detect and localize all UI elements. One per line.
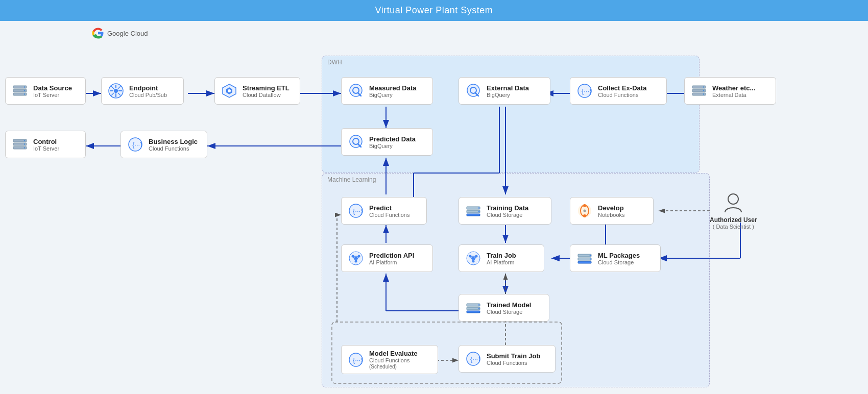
main-canvas: DWH Machine Learning Google Cloud — [0, 21, 868, 394]
predict-sub: Cloud Functions — [369, 212, 410, 218]
prediction-api-sub: AI Platform — [369, 259, 414, 265]
business-logic-node: {···} Business Logic Cloud Functions — [120, 131, 207, 158]
submit-train-job-sub: Cloud Functions — [487, 360, 540, 366]
auth-user-title: Authorized User — [710, 216, 757, 224]
svg-point-61 — [703, 86, 704, 87]
trained-model-title: Trained Model — [487, 301, 531, 309]
pubsub-icon — [107, 82, 125, 100]
control-icon — [11, 135, 29, 154]
submit-train-job-title: Submit Train Job — [487, 352, 540, 360]
gc-label: Google Cloud — [92, 27, 148, 39]
collect-exdata-sub: Cloud Functions — [598, 92, 646, 98]
training-data-node: Training Data Cloud Storage — [459, 197, 551, 225]
svg-point-35 — [24, 90, 25, 91]
iot-server-icon — [11, 82, 29, 100]
auth-user-sub: ( Data Scientist ) — [710, 224, 757, 230]
svg-rect-103 — [578, 254, 591, 257]
cloud-storage3-icon — [464, 299, 483, 317]
streaming-etl-node: Streaming ETL Cloud Dataflow — [214, 77, 300, 105]
measured-data-title: Measured Data — [369, 84, 416, 92]
collect-exdata-node: {···} Collect Ex-Data Cloud Functions — [570, 77, 667, 105]
ai-platform1-icon — [347, 249, 365, 267]
endpoint-node: Endpoint Cloud Pub/Sub — [101, 77, 184, 105]
ml-packages-title: ML Packages — [598, 252, 640, 259]
business-logic-title: Business Logic — [149, 138, 198, 145]
business-logic-icon: {···} — [126, 135, 144, 154]
svg-point-111 — [478, 304, 479, 305]
trained-model-node: Trained Model Cloud Storage — [459, 294, 549, 322]
svg-rect-109 — [467, 307, 480, 310]
cloud-storage2-icon — [575, 249, 594, 267]
external-data-sub: BigQuery — [487, 92, 529, 98]
gc-text: Google Cloud — [107, 30, 148, 37]
business-logic-sub: Cloud Functions — [149, 145, 198, 152]
dataflow-icon — [220, 82, 238, 100]
develop-node: Develop Notebooks — [570, 197, 654, 225]
control-sub: IoT Server — [33, 145, 59, 152]
measured-data-node: Measured Data BigQuery — [341, 77, 433, 105]
predicted-data-title: Predicted Data — [369, 135, 416, 143]
svg-point-62 — [703, 90, 704, 91]
train-job-sub: AI Platform — [487, 259, 516, 265]
streaming-etl-title: Streaming ETL — [243, 84, 290, 92]
svg-text:{···}: {···} — [582, 87, 592, 95]
svg-point-49 — [228, 89, 231, 92]
svg-point-36 — [24, 93, 25, 94]
collect-exdata-title: Collect Ex-Data — [598, 84, 646, 92]
ml-packages-sub: Cloud Storage — [598, 259, 640, 265]
data-source-node: Data Source IoT Server — [5, 77, 86, 105]
external-data-title: External Data — [487, 84, 529, 92]
bigquery-icon — [347, 82, 365, 100]
bigquery2-icon — [464, 82, 483, 100]
prediction-api-node: Prediction API AI Platform — [341, 244, 433, 272]
svg-point-80 — [478, 207, 479, 208]
svg-point-112 — [478, 308, 479, 309]
header-title: Virtual Power Plant System — [375, 5, 493, 15]
svg-text:{···}: {···} — [353, 207, 363, 215]
svg-point-117 — [728, 194, 738, 204]
svg-point-86 — [584, 210, 586, 212]
weather-node: Weather etc... External Data — [684, 77, 776, 105]
svg-rect-105 — [578, 261, 591, 263]
cloud-functions3-icon: {···} — [464, 350, 483, 368]
training-data-sub: Cloud Storage — [487, 212, 528, 218]
svg-point-67 — [24, 140, 25, 141]
svg-rect-77 — [467, 207, 480, 209]
weather-title: Weather etc... — [712, 84, 755, 92]
ml-label: Machine Learning — [327, 176, 376, 183]
prediction-api-title: Prediction API — [369, 252, 414, 259]
develop-title: Develop — [598, 204, 625, 212]
user-icon — [723, 192, 743, 214]
svg-point-102 — [472, 257, 475, 260]
svg-point-38 — [114, 89, 118, 93]
dwh-label: DWH — [327, 59, 342, 66]
model-evaluate-sub: Cloud Functions(Scheduled) — [369, 357, 418, 370]
svg-rect-79 — [467, 214, 480, 216]
svg-point-106 — [590, 255, 591, 256]
svg-point-81 — [478, 211, 479, 212]
svg-rect-110 — [467, 311, 480, 313]
model-evaluate-title: Model Evaluate — [369, 350, 418, 357]
svg-text:{···}: {···} — [132, 141, 142, 149]
ml-packages-node: ML Packages Cloud Storage — [570, 244, 661, 272]
predict-node: {···} Predict Cloud Functions — [341, 197, 427, 225]
model-evaluate-node: {···} Model Evaluate Cloud Functions(Sch… — [341, 345, 438, 374]
endpoint-title: Endpoint — [129, 84, 167, 92]
jupyter-icon — [575, 202, 594, 220]
predict-icon: {···} — [347, 202, 365, 220]
submit-train-job-node: {···} Submit Train Job Cloud Functions — [459, 345, 556, 373]
predict-title: Predict — [369, 204, 410, 212]
svg-point-94 — [354, 257, 357, 260]
streaming-etl-sub: Cloud Dataflow — [243, 92, 290, 98]
ai-platform2-icon — [464, 249, 483, 267]
external-data-icon — [690, 82, 708, 100]
measured-data-sub: BigQuery — [369, 92, 416, 98]
google-cloud-icon — [92, 27, 104, 39]
svg-text:{···}: {···} — [353, 356, 363, 364]
svg-rect-108 — [467, 304, 480, 306]
bigquery3-icon — [347, 133, 365, 151]
data-source-sub: IoT Server — [33, 92, 72, 98]
trained-model-sub: Cloud Storage — [487, 309, 531, 315]
cloud-functions1-icon: {···} — [575, 82, 594, 100]
control-node: Control IoT Server — [5, 131, 86, 158]
